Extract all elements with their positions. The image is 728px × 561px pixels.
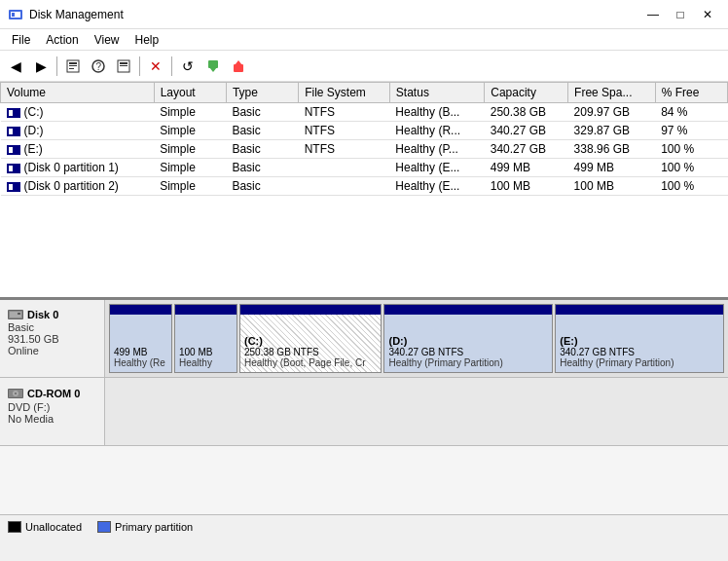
- disk-0-partitions: 499 MB Healthy (Re 100 MB Healthy (C:) 2…: [105, 300, 728, 377]
- svg-rect-6: [69, 68, 74, 69]
- disk-0-status: Online: [8, 345, 96, 356]
- cell-status: Healthy (R...: [389, 122, 484, 140]
- cell-type: Basic: [226, 140, 298, 159]
- maximize-button[interactable]: □: [668, 5, 693, 24]
- export-button[interactable]: [227, 55, 250, 78]
- cell-volume: (E:): [1, 140, 155, 159]
- svg-text:?: ?: [96, 61, 102, 72]
- disk-0-label: Disk 0 Basic 931.50 GB Online: [0, 300, 105, 377]
- minimize-button[interactable]: —: [640, 5, 666, 24]
- col-status[interactable]: Status: [389, 83, 484, 103]
- help-button[interactable]: ?: [87, 55, 110, 78]
- cell-status: Healthy (P...: [389, 140, 484, 159]
- cell-type: Basic: [226, 177, 298, 196]
- col-volume[interactable]: Volume: [1, 83, 155, 103]
- cell-volume: (Disk 0 partition 2): [1, 177, 155, 196]
- cell-percent: 100 %: [655, 140, 727, 159]
- menu-view[interactable]: View: [87, 31, 127, 49]
- title-bar: Disk Management — □ ✕: [0, 0, 728, 29]
- disk-0-type: Basic: [8, 321, 96, 333]
- refresh-button[interactable]: [112, 55, 135, 78]
- volume-table-area[interactable]: Volume Layout Type File System Status Ca…: [0, 82, 728, 300]
- svg-rect-12: [208, 60, 218, 68]
- cdrom-0-row: CD-ROM 0 DVD (F:) No Media: [0, 378, 728, 446]
- cell-free: 209.97 GB: [568, 103, 656, 122]
- cell-status: Healthy (B...: [389, 103, 484, 122]
- unallocated-swatch: [8, 521, 21, 533]
- col-filesystem[interactable]: File System: [299, 83, 390, 103]
- col-percent[interactable]: % Free: [655, 83, 727, 103]
- svg-rect-14: [234, 64, 243, 72]
- svg-rect-2: [12, 13, 15, 17]
- volume-table: Volume Layout Type File System Status Ca…: [0, 82, 728, 196]
- cell-filesystem: NTFS: [299, 103, 390, 122]
- cell-filesystem: [299, 159, 390, 177]
- disk-0-name: Disk 0: [8, 308, 96, 321]
- cell-percent: 84 %: [655, 103, 727, 122]
- cdrom-icon: [8, 386, 23, 401]
- window-controls: — □ ✕: [640, 5, 720, 24]
- cell-free: 338.96 GB: [568, 140, 656, 159]
- svg-rect-4: [69, 62, 77, 64]
- table-row[interactable]: (D:)SimpleBasicNTFSHealthy (R...340.27 G…: [1, 122, 728, 140]
- svg-rect-10: [120, 62, 127, 64]
- cell-status: Healthy (E...: [389, 159, 484, 177]
- partition-c[interactable]: (C:) 250.38 GB NTFS Healthy (Boot, Page …: [239, 304, 382, 373]
- disk-0-row: Disk 0 Basic 931.50 GB Online 499 MB Hea…: [0, 300, 728, 378]
- col-type[interactable]: Type: [226, 83, 298, 103]
- disk-map-area[interactable]: Disk 0 Basic 931.50 GB Online 499 MB Hea…: [0, 300, 728, 514]
- svg-marker-15: [235, 60, 242, 65]
- cdrom-0-type: DVD (F:): [8, 401, 96, 413]
- cell-capacity: 340.27 GB: [485, 140, 568, 159]
- cell-free: 329.87 GB: [568, 122, 656, 140]
- menu-action[interactable]: Action: [38, 31, 86, 49]
- import-button[interactable]: [201, 55, 225, 78]
- svg-rect-5: [69, 65, 77, 66]
- undo-button[interactable]: ↺: [176, 55, 200, 78]
- back-button[interactable]: ◀: [4, 55, 27, 78]
- unallocated-label: Unallocated: [25, 521, 82, 533]
- cell-percent: 100 %: [655, 177, 727, 196]
- menu-help[interactable]: Help: [127, 31, 167, 49]
- close-button[interactable]: ✕: [695, 5, 720, 24]
- table-row[interactable]: (Disk 0 partition 1)SimpleBasicHealthy (…: [1, 159, 728, 177]
- partition-100mb[interactable]: 100 MB Healthy: [174, 304, 237, 373]
- table-row[interactable]: (Disk 0 partition 2)SimpleBasicHealthy (…: [1, 177, 728, 196]
- partition-d[interactable]: (D:) 340.27 GB NTFS Healthy (Primary Par…: [383, 304, 553, 373]
- cell-volume: (D:): [1, 122, 155, 140]
- cell-layout: Simple: [154, 140, 226, 159]
- svg-marker-13: [209, 67, 217, 72]
- cell-layout: Simple: [154, 103, 226, 122]
- col-free[interactable]: Free Spa...: [568, 83, 656, 103]
- cell-capacity: 100 MB: [485, 177, 568, 196]
- menu-file[interactable]: File: [4, 31, 38, 49]
- cell-type: Basic: [226, 159, 298, 177]
- svg-point-23: [15, 393, 17, 394]
- cdrom-0-name: CD-ROM 0: [8, 386, 96, 401]
- menu-bar: File Action View Help: [0, 29, 728, 51]
- properties-button[interactable]: [61, 55, 85, 78]
- disk-drive-icon: [8, 308, 23, 321]
- app-icon: [8, 7, 23, 22]
- delete-button[interactable]: ✕: [144, 55, 167, 78]
- partition-499mb[interactable]: 499 MB Healthy (Re: [109, 304, 172, 373]
- separator-2: [139, 56, 140, 76]
- svg-rect-19: [18, 313, 20, 315]
- window-title: Disk Management: [29, 8, 640, 21]
- separator-1: [56, 56, 57, 76]
- table-row[interactable]: (E:)SimpleBasicNTFSHealthy (P...340.27 G…: [1, 140, 728, 159]
- cell-layout: Simple: [154, 177, 226, 196]
- forward-button[interactable]: ▶: [29, 55, 53, 78]
- cdrom-0-label: CD-ROM 0 DVD (F:) No Media: [0, 378, 105, 445]
- partition-e[interactable]: (E:) 340.27 GB NTFS Healthy (Primary Par…: [555, 304, 724, 373]
- col-capacity[interactable]: Capacity: [485, 83, 568, 103]
- cell-status: Healthy (E...: [389, 177, 484, 196]
- legend-unallocated: Unallocated: [8, 521, 82, 533]
- table-row[interactable]: (C:)SimpleBasicNTFSHealthy (B...250.38 G…: [1, 103, 728, 122]
- col-layout[interactable]: Layout: [154, 83, 226, 103]
- cell-layout: Simple: [154, 122, 226, 140]
- cell-percent: 100 %: [655, 159, 727, 177]
- cell-layout: Simple: [154, 159, 226, 177]
- toolbar: ◀ ▶ ? ✕ ↺: [0, 51, 728, 82]
- main-content: Volume Layout Type File System Status Ca…: [0, 82, 728, 538]
